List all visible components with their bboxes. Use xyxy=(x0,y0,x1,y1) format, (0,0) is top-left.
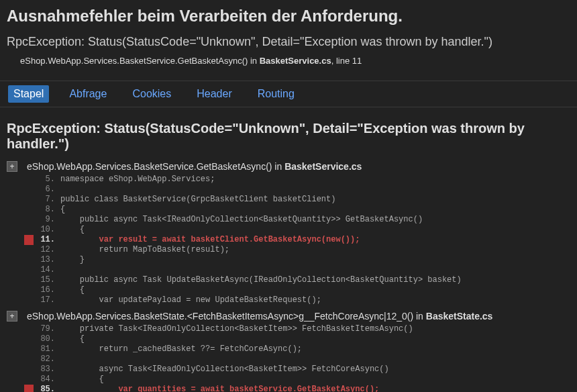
expand-button[interactable]: + xyxy=(7,311,17,322)
line-number: 12. xyxy=(34,245,60,255)
code-block: 79. private Task<IReadOnlyCollection<Bas… xyxy=(0,324,577,392)
line-number: 79. xyxy=(34,324,60,334)
code-text: { xyxy=(60,375,577,385)
code-line: 84. { xyxy=(24,375,577,385)
line-number: 84. xyxy=(34,375,60,385)
code-line: 6. xyxy=(24,185,577,195)
code-line: 10. { xyxy=(24,225,577,235)
code-text: private Task<IReadOnlyCollection<BasketI… xyxy=(60,324,577,334)
code-line: 5.namespace eShop.WebApp.Services; xyxy=(24,175,577,185)
code-line: 7.public class BasketService(GrpcBasketC… xyxy=(24,195,577,205)
line-number: 81. xyxy=(34,344,60,354)
gutter-mark xyxy=(24,215,34,225)
code-text: } xyxy=(60,255,577,265)
code-block: 5.namespace eShop.WebApp.Services;6.7.pu… xyxy=(0,175,577,305)
gutter-mark xyxy=(24,205,34,215)
code-text: return _cachedBasket ??= FetchCoreAsync(… xyxy=(60,344,577,354)
code-line: 79. private Task<IReadOnlyCollection<Bas… xyxy=(24,324,577,334)
line-number: 83. xyxy=(34,364,60,375)
code-text: return MapToBasket(result); xyxy=(60,245,577,255)
code-text xyxy=(60,185,577,195)
code-line: 17. var updatePayload = new UpdateBasket… xyxy=(24,295,577,305)
line-number: 82. xyxy=(34,354,60,364)
line-number: 13. xyxy=(34,255,60,265)
gutter-mark xyxy=(24,265,34,275)
code-text xyxy=(60,354,577,364)
page-title: Ausnahmefehler beim Verarbeiten der Anfo… xyxy=(0,0,577,30)
frame-method: eShop.WebApp.Services.BasketService.GetB… xyxy=(27,161,284,172)
code-text: { xyxy=(60,285,577,295)
gutter-mark xyxy=(24,385,34,392)
code-text: public async Task UpdateBasketAsync(IRea… xyxy=(60,275,577,285)
gutter-mark xyxy=(24,354,34,364)
gutter-mark xyxy=(24,285,34,295)
stack-frame: +eShop.WebApp.Services.BasketState.<Fetc… xyxy=(0,308,577,392)
gutter-mark xyxy=(24,375,34,385)
exception-summary: RpcException: Status(StatusCode="Unknown… xyxy=(0,30,577,54)
frame-method: eShop.WebApp.Services.BasketState.<Fetch… xyxy=(27,311,426,322)
gutter-mark xyxy=(24,275,34,285)
line-number: 11. xyxy=(34,235,60,245)
frame-title: +eShop.WebApp.Services.BasketService.Get… xyxy=(0,158,577,175)
line-number: 15. xyxy=(34,275,60,285)
frame-text: eShop.WebApp.Services.BasketService.GetB… xyxy=(27,161,362,172)
exception-header: RpcException: Status(StatusCode="Unknown… xyxy=(0,118,577,158)
frame-file: BasketState.cs xyxy=(426,311,493,322)
line-number: 14. xyxy=(34,265,60,275)
gutter-mark xyxy=(24,344,34,354)
line-number: 85. xyxy=(34,385,60,392)
code-text: { xyxy=(60,205,577,215)
code-line: 15. public async Task UpdateBasketAsync(… xyxy=(24,275,577,285)
line-number: 80. xyxy=(34,334,60,344)
tab-header[interactable]: Header xyxy=(191,85,237,103)
code-line: 82. xyxy=(24,354,577,364)
gutter-mark xyxy=(24,185,34,195)
code-line: 81. return _cachedBasket ??= FetchCoreAs… xyxy=(24,344,577,354)
tab-stapel[interactable]: Stapel xyxy=(8,85,49,103)
code-text: var updatePayload = new UpdateBasketRequ… xyxy=(60,295,577,305)
tab-cookies[interactable]: Cookies xyxy=(127,85,176,103)
tab-bar: StapelAbfrageCookiesHeaderRouting xyxy=(0,81,577,107)
tab-abfrage[interactable]: Abfrage xyxy=(64,85,112,103)
tab-routing[interactable]: Routing xyxy=(252,85,300,103)
gutter-mark xyxy=(24,255,34,265)
line-number: 7. xyxy=(34,195,60,205)
code-line: 16. { xyxy=(24,285,577,295)
code-line: 8.{ xyxy=(24,205,577,215)
frame-text: eShop.WebApp.Services.BasketState.<Fetch… xyxy=(27,311,492,322)
code-text: { xyxy=(60,225,577,235)
code-text: var quantities = await basketService.Get… xyxy=(60,385,577,392)
code-line: 80. { xyxy=(24,334,577,344)
code-text: { xyxy=(60,334,577,344)
gutter-mark xyxy=(24,334,34,344)
stack-frame: +eShop.WebApp.Services.BasketService.Get… xyxy=(0,158,577,305)
top-frame-line: , line 11 xyxy=(331,56,362,66)
gutter-mark xyxy=(24,235,34,245)
top-stack-frame: eShop.WebApp.Services.BasketService.GetB… xyxy=(0,54,577,77)
line-number: 5. xyxy=(34,175,60,185)
gutter-mark xyxy=(24,175,34,185)
top-frame-method: eShop.WebApp.Services.BasketService.GetB… xyxy=(20,56,260,66)
line-number: 6. xyxy=(34,185,60,195)
line-number: 17. xyxy=(34,295,60,305)
code-text: var result = await basketClient.GetBaske… xyxy=(60,235,577,245)
code-line: 14. xyxy=(24,265,577,275)
code-text: public async Task<IReadOnlyCollection<Ba… xyxy=(60,215,577,225)
code-line: 9. public async Task<IReadOnlyCollection… xyxy=(24,215,577,225)
code-text xyxy=(60,265,577,275)
code-line: 13. } xyxy=(24,255,577,265)
code-text: public class BasketService(GrpcBasketCli… xyxy=(60,195,577,205)
gutter-mark xyxy=(24,195,34,205)
code-line: 83. async Task<IReadOnlyCollection<Baske… xyxy=(24,364,577,375)
code-line: 11. var result = await basketClient.GetB… xyxy=(24,235,577,245)
line-number: 16. xyxy=(34,285,60,295)
gutter-mark xyxy=(24,295,34,305)
expand-button[interactable]: + xyxy=(7,161,17,172)
gutter-mark xyxy=(24,245,34,255)
code-text: namespace eShop.WebApp.Services; xyxy=(60,175,577,185)
gutter-mark xyxy=(24,324,34,334)
gutter-mark xyxy=(24,364,34,375)
line-number: 10. xyxy=(34,225,60,235)
frame-title: +eShop.WebApp.Services.BasketState.<Fetc… xyxy=(0,308,577,324)
code-line: 85. var quantities = await basketService… xyxy=(24,385,577,392)
